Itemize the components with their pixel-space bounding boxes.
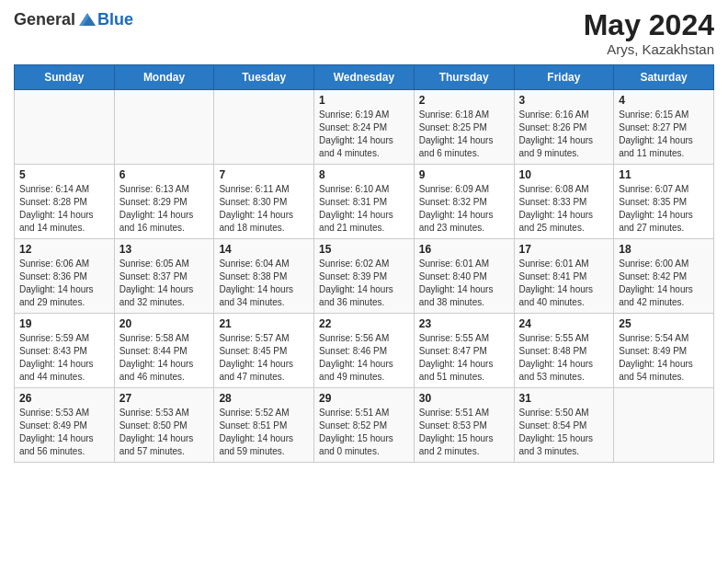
header-row: SundayMondayTuesdayWednesdayThursdayFrid… [15, 65, 714, 90]
calendar-cell: 29Sunrise: 5:51 AM Sunset: 8:52 PM Dayli… [314, 388, 415, 463]
day-info: Sunrise: 6:06 AM Sunset: 8:36 PM Dayligh… [19, 258, 109, 309]
day-number: 19 [19, 317, 109, 330]
week-row-2: 5Sunrise: 6:14 AM Sunset: 8:28 PM Daylig… [15, 165, 714, 239]
day-info: Sunrise: 6:19 AM Sunset: 8:24 PM Dayligh… [319, 109, 409, 160]
logo-general: General [14, 10, 75, 29]
week-row-1: 1Sunrise: 6:19 AM Sunset: 8:24 PM Daylig… [15, 90, 714, 165]
calendar-cell: 19Sunrise: 5:59 AM Sunset: 8:43 PM Dayli… [15, 314, 115, 388]
day-number: 12 [19, 243, 109, 256]
day-info: Sunrise: 6:15 AM Sunset: 8:27 PM Dayligh… [619, 109, 709, 160]
calendar-cell [15, 90, 115, 165]
logo-blue: Blue [97, 10, 133, 29]
day-number: 5 [19, 168, 109, 181]
day-info: Sunrise: 6:13 AM Sunset: 8:29 PM Dayligh… [119, 183, 210, 235]
day-info: Sunrise: 6:04 AM Sunset: 8:38 PM Dayligh… [219, 258, 309, 309]
calendar-cell: 18Sunrise: 6:00 AM Sunset: 8:42 PM Dayli… [614, 239, 714, 314]
calendar-cell: 8Sunrise: 6:10 AM Sunset: 8:31 PM Daylig… [314, 165, 415, 239]
day-info: Sunrise: 6:11 AM Sunset: 8:30 PM Dayligh… [219, 183, 309, 235]
day-header-saturday: Saturday [614, 65, 714, 90]
day-number: 11 [619, 168, 709, 181]
calendar-cell: 13Sunrise: 6:05 AM Sunset: 8:37 PM Dayli… [114, 239, 214, 314]
day-number: 16 [419, 243, 509, 256]
day-info: Sunrise: 5:50 AM Sunset: 8:54 PM Dayligh… [519, 407, 609, 458]
day-info: Sunrise: 5:55 AM Sunset: 8:47 PM Dayligh… [419, 332, 509, 384]
day-number: 29 [319, 392, 409, 405]
day-number: 9 [419, 168, 509, 181]
day-header-friday: Friday [514, 65, 614, 90]
week-row-5: 26Sunrise: 5:53 AM Sunset: 8:49 PM Dayli… [15, 388, 714, 463]
calendar-cell: 7Sunrise: 6:11 AM Sunset: 8:30 PM Daylig… [214, 165, 314, 239]
calendar-cell: 28Sunrise: 5:52 AM Sunset: 8:51 PM Dayli… [214, 388, 314, 463]
day-number: 30 [419, 392, 509, 405]
day-info: Sunrise: 5:52 AM Sunset: 8:51 PM Dayligh… [219, 407, 309, 458]
day-header-thursday: Thursday [414, 65, 514, 90]
calendar-cell: 20Sunrise: 5:58 AM Sunset: 8:44 PM Dayli… [114, 314, 214, 388]
calendar-cell: 30Sunrise: 5:51 AM Sunset: 8:53 PM Dayli… [414, 388, 514, 463]
calendar-cell: 26Sunrise: 5:53 AM Sunset: 8:49 PM Dayli… [15, 388, 115, 463]
title-block: May 2024 Arys, Kazakhstan [584, 9, 714, 57]
day-info: Sunrise: 5:55 AM Sunset: 8:48 PM Dayligh… [519, 332, 609, 384]
day-number: 23 [419, 317, 509, 330]
day-number: 3 [519, 94, 609, 107]
day-info: Sunrise: 5:51 AM Sunset: 8:53 PM Dayligh… [419, 407, 509, 458]
logo-icon [77, 9, 97, 29]
calendar-cell: 17Sunrise: 6:01 AM Sunset: 8:41 PM Dayli… [514, 239, 614, 314]
day-number: 24 [519, 317, 609, 330]
calendar-cell [114, 90, 214, 165]
day-info: Sunrise: 5:53 AM Sunset: 8:49 PM Dayligh… [19, 407, 109, 458]
day-number: 20 [119, 317, 210, 330]
calendar-cell [214, 90, 314, 165]
day-info: Sunrise: 6:09 AM Sunset: 8:32 PM Dayligh… [419, 183, 509, 235]
page: General Blue May 2024 Arys, Kazakhstan S… [0, 0, 728, 563]
day-number: 4 [619, 94, 709, 107]
day-info: Sunrise: 5:56 AM Sunset: 8:46 PM Dayligh… [319, 332, 409, 384]
logo: General Blue [14, 9, 133, 29]
calendar-cell: 1Sunrise: 6:19 AM Sunset: 8:24 PM Daylig… [314, 90, 415, 165]
day-info: Sunrise: 6:02 AM Sunset: 8:39 PM Dayligh… [319, 258, 409, 309]
calendar-table: SundayMondayTuesdayWednesdayThursdayFrid… [14, 64, 714, 463]
day-info: Sunrise: 5:53 AM Sunset: 8:50 PM Dayligh… [119, 407, 210, 458]
day-number: 15 [319, 243, 409, 256]
day-info: Sunrise: 6:05 AM Sunset: 8:37 PM Dayligh… [119, 258, 210, 309]
day-info: Sunrise: 5:58 AM Sunset: 8:44 PM Dayligh… [119, 332, 210, 384]
day-number: 25 [619, 317, 709, 330]
calendar-cell: 12Sunrise: 6:06 AM Sunset: 8:36 PM Dayli… [15, 239, 115, 314]
day-number: 22 [319, 317, 409, 330]
day-number: 18 [619, 243, 709, 256]
day-number: 2 [419, 94, 509, 107]
calendar-cell: 24Sunrise: 5:55 AM Sunset: 8:48 PM Dayli… [514, 314, 614, 388]
calendar-cell: 25Sunrise: 5:54 AM Sunset: 8:49 PM Dayli… [614, 314, 714, 388]
day-info: Sunrise: 6:01 AM Sunset: 8:41 PM Dayligh… [519, 258, 609, 309]
day-info: Sunrise: 5:51 AM Sunset: 8:52 PM Dayligh… [319, 407, 409, 458]
calendar-cell [614, 388, 714, 463]
calendar-cell: 11Sunrise: 6:07 AM Sunset: 8:35 PM Dayli… [614, 165, 714, 239]
day-info: Sunrise: 5:59 AM Sunset: 8:43 PM Dayligh… [19, 332, 109, 384]
day-info: Sunrise: 6:00 AM Sunset: 8:42 PM Dayligh… [619, 258, 709, 309]
day-number: 8 [319, 168, 409, 181]
day-info: Sunrise: 5:57 AM Sunset: 8:45 PM Dayligh… [219, 332, 309, 384]
day-number: 27 [119, 392, 210, 405]
calendar-cell: 27Sunrise: 5:53 AM Sunset: 8:50 PM Dayli… [114, 388, 214, 463]
day-info: Sunrise: 6:08 AM Sunset: 8:33 PM Dayligh… [519, 183, 609, 235]
day-info: Sunrise: 6:16 AM Sunset: 8:26 PM Dayligh… [519, 109, 609, 160]
day-info: Sunrise: 6:10 AM Sunset: 8:31 PM Dayligh… [319, 183, 409, 235]
calendar-cell: 10Sunrise: 6:08 AM Sunset: 8:33 PM Dayli… [514, 165, 614, 239]
calendar-cell: 5Sunrise: 6:14 AM Sunset: 8:28 PM Daylig… [15, 165, 115, 239]
day-header-sunday: Sunday [15, 65, 115, 90]
day-number: 21 [219, 317, 309, 330]
day-header-tuesday: Tuesday [214, 65, 314, 90]
day-number: 1 [319, 94, 409, 107]
day-header-wednesday: Wednesday [314, 65, 415, 90]
subtitle: Arys, Kazakhstan [584, 41, 714, 57]
header: General Blue May 2024 Arys, Kazakhstan [14, 9, 714, 57]
day-number: 28 [219, 392, 309, 405]
day-info: Sunrise: 6:01 AM Sunset: 8:40 PM Dayligh… [419, 258, 509, 309]
day-info: Sunrise: 6:14 AM Sunset: 8:28 PM Dayligh… [19, 183, 109, 235]
calendar-cell: 6Sunrise: 6:13 AM Sunset: 8:29 PM Daylig… [114, 165, 214, 239]
calendar-cell: 14Sunrise: 6:04 AM Sunset: 8:38 PM Dayli… [214, 239, 314, 314]
day-info: Sunrise: 5:54 AM Sunset: 8:49 PM Dayligh… [619, 332, 709, 384]
calendar-cell: 9Sunrise: 6:09 AM Sunset: 8:32 PM Daylig… [414, 165, 514, 239]
calendar-cell: 23Sunrise: 5:55 AM Sunset: 8:47 PM Dayli… [414, 314, 514, 388]
day-header-monday: Monday [114, 65, 214, 90]
calendar-cell: 16Sunrise: 6:01 AM Sunset: 8:40 PM Dayli… [414, 239, 514, 314]
